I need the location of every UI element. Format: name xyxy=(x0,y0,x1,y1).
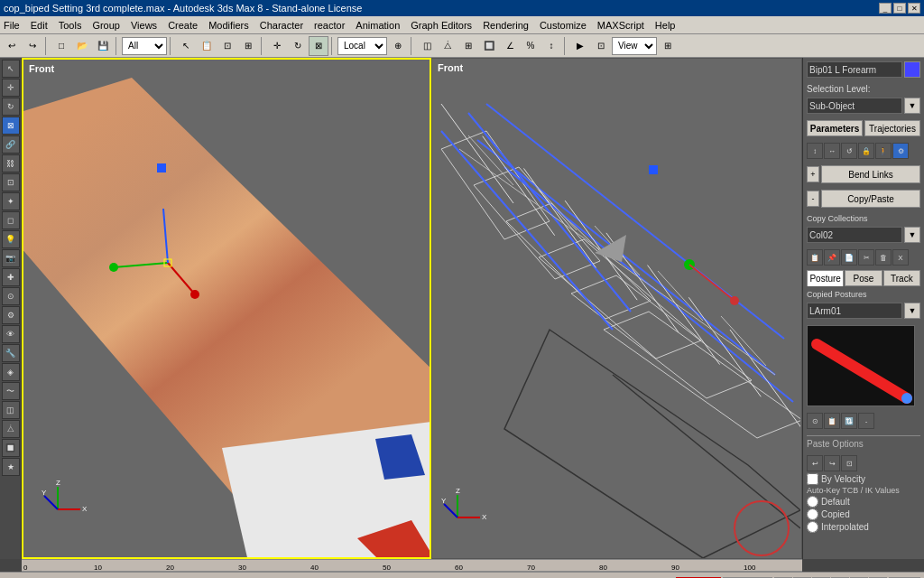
pivot-btn[interactable]: ⊕ xyxy=(388,36,408,56)
by-velocity-checkbox[interactable] xyxy=(807,473,818,485)
minimize-button[interactable]: _ xyxy=(879,3,892,14)
lt-lights-tool[interactable]: 💡 xyxy=(2,230,20,248)
lt-select-tool[interactable]: ↖ xyxy=(2,60,20,78)
copy-icon-1[interactable]: 📋 xyxy=(807,249,823,266)
close-button[interactable]: ✕ xyxy=(908,3,920,14)
menu-graph-editors[interactable]: Graph Editors xyxy=(411,20,472,31)
menu-customize[interactable]: Customize xyxy=(540,20,587,31)
viewport-right[interactable]: Front Z X Y xyxy=(431,58,802,559)
object-name-input[interactable]: Bip01 L Forearm xyxy=(807,61,902,78)
interpolated-radio[interactable] xyxy=(807,521,818,533)
biped-icon-move[interactable]: ↕ xyxy=(807,143,823,159)
pose-tab[interactable]: Pose xyxy=(845,270,882,286)
sub-object-dropdown-btn[interactable]: ▼ xyxy=(904,98,920,114)
key-mode-button[interactable]: ⊡ xyxy=(591,36,611,56)
col02-dropdown-btn[interactable]: ▼ xyxy=(904,227,920,243)
biped-icon-tool[interactable]: ⚙ xyxy=(892,143,909,159)
copy-icon-5[interactable]: 🗑 xyxy=(875,249,892,266)
new-button[interactable]: □ xyxy=(51,36,71,56)
align-button[interactable]: ⧊ xyxy=(438,36,457,56)
bend-links-toggle[interactable]: + xyxy=(807,166,819,182)
lt-unlink-tool[interactable]: ⛓ xyxy=(2,154,20,172)
reference-coord-dropdown[interactable]: Local xyxy=(337,37,387,55)
biped-icon-spin[interactable]: ↺ xyxy=(841,143,857,159)
copy-icon-3[interactable]: 📄 xyxy=(841,249,857,266)
posture-icon-1[interactable]: ⊙ xyxy=(807,413,823,429)
menu-file[interactable]: File xyxy=(4,20,20,31)
menu-views[interactable]: Views xyxy=(131,20,157,31)
menu-maxscript[interactable]: MAXScript xyxy=(597,20,644,31)
lt-systems-tool[interactable]: ⚙ xyxy=(2,306,20,324)
posture-icon-3[interactable]: 🔃 xyxy=(841,413,857,429)
menu-animation[interactable]: Animation xyxy=(356,20,400,31)
lt-snap-tool[interactable]: 🔲 xyxy=(2,439,20,457)
menu-rendering[interactable]: Rendering xyxy=(483,20,529,31)
percent-snap-button[interactable]: % xyxy=(521,36,541,56)
lt-mat-tool[interactable]: ◈ xyxy=(2,363,20,381)
save-button[interactable]: 💾 xyxy=(93,36,113,56)
select-by-name-button[interactable]: 📋 xyxy=(197,36,217,56)
angle-snap-button[interactable]: ∠ xyxy=(500,36,520,56)
copied-radio[interactable] xyxy=(807,508,818,520)
array-button[interactable]: ⊞ xyxy=(458,36,478,56)
lt-display-tool[interactable]: 👁 xyxy=(2,325,20,343)
select-button[interactable]: ↖ xyxy=(176,36,196,56)
lt-helpers-tool[interactable]: ✚ xyxy=(2,268,20,286)
sub-object-input[interactable]: Sub-Object xyxy=(807,98,902,114)
lt-mirror-tool[interactable]: ◫ xyxy=(2,401,20,419)
bend-links-btn[interactable]: Bend Links xyxy=(821,165,920,183)
copy-icon-6[interactable]: X xyxy=(892,249,909,266)
menu-character[interactable]: Character xyxy=(260,20,303,31)
spinner-snap-button[interactable]: ↕ xyxy=(541,36,561,56)
default-radio[interactable] xyxy=(807,496,818,508)
lt-rotate-tool[interactable]: ↻ xyxy=(2,98,20,116)
menu-edit[interactable]: Edit xyxy=(31,20,48,31)
paste-icon-3[interactable]: ⊡ xyxy=(841,455,857,471)
rotate-button[interactable]: ↻ xyxy=(288,36,308,56)
redo-button[interactable]: ↪ xyxy=(23,36,42,56)
menu-modifiers[interactable]: Modifiers xyxy=(208,20,249,31)
posture-icon-2[interactable]: 📋 xyxy=(824,413,840,429)
viewport-left[interactable]: Front Z X Y xyxy=(22,58,431,559)
object-color-swatch[interactable] xyxy=(904,61,920,78)
move-button[interactable]: ✛ xyxy=(267,36,287,56)
maximize-button[interactable]: □ xyxy=(893,3,906,14)
lt-scale-tool[interactable]: ⊠ xyxy=(2,117,20,135)
posture-tab[interactable]: Posture xyxy=(807,270,844,286)
paste-icon-2[interactable]: ↪ xyxy=(824,455,840,471)
undo-button[interactable]: ↩ xyxy=(2,36,22,56)
lt-shapes-tool[interactable]: ◻ xyxy=(2,211,20,229)
lt-utilities-tool[interactable]: 🔧 xyxy=(2,344,20,362)
biped-icon-rotate[interactable]: ↔ xyxy=(824,143,840,159)
menu-help[interactable]: Help xyxy=(655,20,676,31)
menu-create[interactable]: Create xyxy=(168,20,198,31)
biped-icon-lock[interactable]: 🔒 xyxy=(858,143,874,159)
lt-spacewarps-tool[interactable]: ⊙ xyxy=(2,287,20,305)
larm01-dropdown-btn[interactable]: ▼ xyxy=(904,303,920,319)
copy-icon-2[interactable]: 📌 xyxy=(824,249,840,266)
posture-icon-4[interactable]: - xyxy=(858,413,874,429)
menu-group[interactable]: Group xyxy=(92,20,120,31)
snap-toggle-button[interactable]: 🔲 xyxy=(479,36,499,56)
view-type-button[interactable]: ⊞ xyxy=(658,36,678,56)
lt-move-tool[interactable]: ✛ xyxy=(2,79,20,97)
lt-named-sel[interactable]: ★ xyxy=(2,458,20,476)
menu-tools[interactable]: Tools xyxy=(59,20,82,31)
view-dropdown[interactable]: View xyxy=(612,37,657,55)
lt-align-tool[interactable]: ⧊ xyxy=(2,420,20,438)
lt-curve-tool[interactable]: 〜 xyxy=(2,382,20,400)
lt-link-tool[interactable]: 🔗 xyxy=(2,135,20,154)
mirror-button[interactable]: ◫ xyxy=(417,36,437,56)
col02-input[interactable]: Col02 xyxy=(807,227,902,243)
lt-create-tool[interactable]: ✦ xyxy=(2,192,20,210)
copy-icon-4[interactable]: ✂ xyxy=(858,249,874,266)
paste-icon-1[interactable]: ↩ xyxy=(807,455,823,471)
track-tab[interactable]: Track xyxy=(883,270,920,286)
region-select-button[interactable]: ⊡ xyxy=(217,36,237,56)
open-button[interactable]: 📂 xyxy=(72,36,92,56)
lt-cameras-tool[interactable]: 📷 xyxy=(2,249,20,267)
biped-icon-walk[interactable]: 🚶 xyxy=(875,143,892,159)
menu-reactor[interactable]: reactor xyxy=(314,20,345,31)
select-filter-dropdown[interactable]: All xyxy=(122,37,167,55)
larm01-input[interactable]: LArm01 xyxy=(807,303,902,319)
